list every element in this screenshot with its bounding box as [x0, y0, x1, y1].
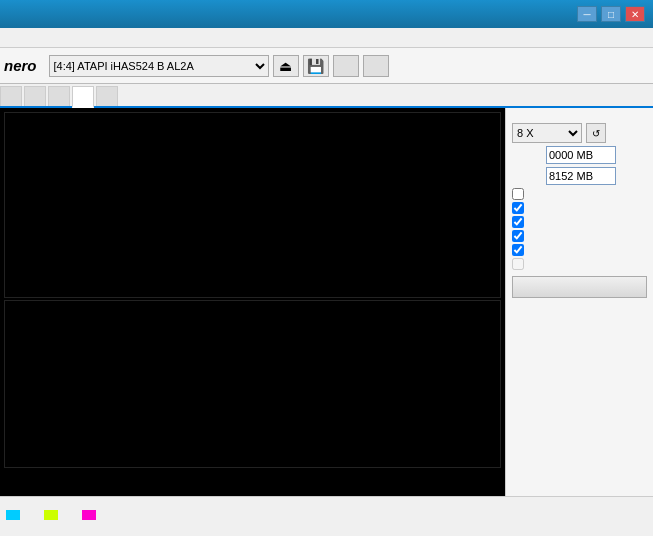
start-row — [512, 146, 647, 164]
chart-area — [0, 108, 505, 496]
show-jitter-checkbox[interactable] — [512, 230, 524, 242]
show-write-speed-row — [512, 258, 647, 270]
show-read-speed-row — [512, 244, 647, 256]
jitter-item — [82, 510, 100, 520]
quick-scan-checkbox[interactable] — [512, 188, 524, 200]
jitter-legend — [82, 510, 100, 520]
maximize-button[interactable]: □ — [601, 6, 621, 22]
show-c2pif-checkbox[interactable] — [512, 216, 524, 228]
progress-section — [512, 311, 647, 313]
start-input[interactable] — [546, 146, 616, 164]
pi-errors-legend — [6, 510, 24, 520]
pi-errors-color — [6, 510, 20, 520]
show-write-speed-checkbox — [512, 258, 524, 270]
tab-bar — [0, 84, 653, 108]
speed-select[interactable]: 8 X — [512, 123, 582, 143]
tab-disc-quality[interactable] — [72, 86, 94, 108]
bottom-chart — [4, 300, 501, 468]
drive-select[interactable]: [4:4] ATAPI iHAS524 B AL2A — [49, 55, 269, 77]
menu-runtest[interactable] — [24, 36, 36, 40]
show-c2pif-row — [512, 216, 647, 228]
main-content: 8 X ↺ — [0, 108, 653, 496]
save-button[interactable]: 💾 — [303, 55, 329, 77]
start-button[interactable] — [333, 55, 359, 77]
jitter-color — [82, 510, 96, 520]
speed-row: 8 X ↺ — [512, 123, 647, 143]
settings-reset-button[interactable]: ↺ — [586, 123, 606, 143]
menubar — [0, 28, 653, 48]
top-chart — [4, 112, 501, 298]
pi-errors-item — [6, 510, 24, 520]
window-controls: ─ □ ✕ — [577, 6, 645, 22]
show-read-speed-checkbox[interactable] — [512, 244, 524, 256]
pi-failures-color — [44, 510, 58, 520]
tab-scandisc[interactable] — [96, 86, 118, 106]
menu-extra[interactable] — [44, 36, 56, 40]
minimize-button[interactable]: ─ — [577, 6, 597, 22]
titlebar: ─ □ ✕ — [0, 0, 653, 28]
pi-failures-item — [44, 510, 62, 520]
show-c1pie-checkbox[interactable] — [512, 202, 524, 214]
app-logo: nero — [4, 58, 37, 73]
advanced-button[interactable] — [512, 276, 647, 298]
tab-disc-info[interactable] — [48, 86, 70, 106]
eject-button[interactable]: ⏏ — [273, 55, 299, 77]
exit-button[interactable] — [363, 55, 389, 77]
show-jitter-row — [512, 230, 647, 242]
menu-help[interactable] — [64, 36, 76, 40]
tab-benchmark[interactable] — [0, 86, 22, 106]
end-input[interactable] — [546, 167, 616, 185]
show-c1pie-row — [512, 202, 647, 214]
tab-create-disc[interactable] — [24, 86, 46, 106]
logo-nero: nero — [4, 58, 37, 73]
quick-scan-row — [512, 188, 647, 200]
close-button[interactable]: ✕ — [625, 6, 645, 22]
right-panel: 8 X ↺ — [505, 108, 653, 496]
pi-failures-legend — [44, 510, 62, 520]
status-bar — [0, 496, 653, 532]
toolbar: nero [4:4] ATAPI iHAS524 B AL2A ⏏ 💾 — [0, 48, 653, 84]
menu-file[interactable] — [4, 36, 16, 40]
end-row — [512, 167, 647, 185]
